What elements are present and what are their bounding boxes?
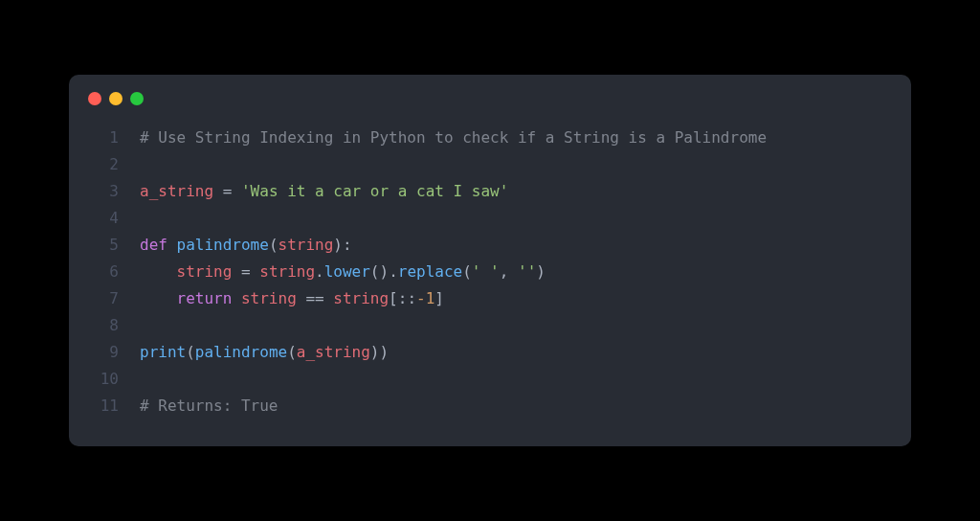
code-line: 1# Use String Indexing in Python to chec… xyxy=(92,125,888,151)
code-line: 2 xyxy=(92,151,888,178)
line-number: 1 xyxy=(92,125,119,151)
code-window: 1# Use String Indexing in Python to chec… xyxy=(69,75,911,446)
line-number: 11 xyxy=(92,393,119,419)
code-line: 9print(palindrome(a_string)) xyxy=(92,339,888,366)
line-number: 8 xyxy=(92,312,119,339)
window-titlebar xyxy=(69,75,911,119)
line-number: 9 xyxy=(92,339,119,366)
code-content: a_string = 'Was it a car or a cat I saw' xyxy=(140,178,508,205)
line-number: 5 xyxy=(92,232,119,259)
code-editor: 1# Use String Indexing in Python to chec… xyxy=(69,119,911,419)
code-content: print(palindrome(a_string)) xyxy=(140,339,389,366)
code-line: 5def palindrome(string): xyxy=(92,232,888,259)
line-number: 3 xyxy=(92,178,119,205)
code-content xyxy=(140,151,149,178)
code-content: return string == string[::-1] xyxy=(140,285,444,312)
code-line: 3a_string = 'Was it a car or a cat I saw… xyxy=(92,178,888,205)
code-line: 8 xyxy=(92,312,888,339)
code-line: 4 xyxy=(92,205,888,232)
line-number: 10 xyxy=(92,366,119,393)
maximize-icon[interactable] xyxy=(130,92,144,105)
code-content: # Returns: True xyxy=(140,393,278,419)
close-icon[interactable] xyxy=(88,92,101,105)
code-content: string = string.lower().replace(' ', '') xyxy=(140,259,546,285)
line-number: 2 xyxy=(92,151,119,178)
line-number: 7 xyxy=(92,285,119,312)
code-content xyxy=(140,312,149,339)
line-number: 6 xyxy=(92,259,119,285)
code-line: 6 string = string.lower().replace(' ', '… xyxy=(92,259,888,285)
line-number: 4 xyxy=(92,205,119,232)
code-line: 10 xyxy=(92,366,888,393)
code-content: # Use String Indexing in Python to check… xyxy=(140,125,767,151)
minimize-icon[interactable] xyxy=(109,92,122,105)
code-content xyxy=(140,205,149,232)
code-content xyxy=(140,366,149,393)
code-line: 11# Returns: True xyxy=(92,393,888,419)
code-content: def palindrome(string): xyxy=(140,232,352,259)
code-line: 7 return string == string[::-1] xyxy=(92,285,888,312)
